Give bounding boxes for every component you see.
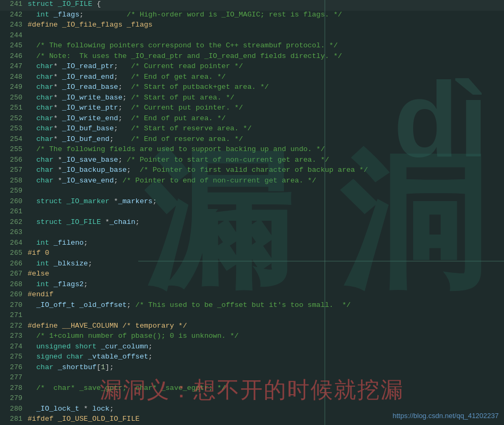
- token-punc: ;: [110, 135, 131, 143]
- token-comment: /* The following fields are used to supp…: [36, 145, 325, 153]
- token-kw: struct: [36, 197, 62, 205]
- token-punc: ;: [122, 94, 131, 102]
- token-kw: int: [36, 260, 49, 268]
- token-ident: _IO_buf_end: [62, 135, 110, 143]
- line-number: 273: [2, 332, 22, 340]
- line-number: 277: [2, 373, 22, 381]
- token-comment: /* Start of put area. */: [131, 94, 234, 102]
- line-number: 268: [2, 280, 22, 288]
- token-kw: char: [36, 73, 53, 81]
- token-ident: _fileno: [54, 239, 84, 247]
- token-type: _IO_marker: [66, 197, 110, 205]
- token-preproc: #ifdef _IO_USE_OLD_IO_FILE: [28, 415, 140, 423]
- token-ident: _IO_read_base: [62, 83, 118, 91]
- table-row: 271: [0, 311, 504, 322]
- token-kw: char: [36, 166, 53, 174]
- table-row: 276 char _shortbuf[1];: [0, 363, 504, 374]
- token-kw: int: [36, 11, 49, 19]
- token-punc: *: [54, 135, 62, 143]
- token-punc: *: [54, 114, 62, 122]
- table-row: 272#define __HAVE_COLUMN /* temporary */: [0, 322, 504, 332]
- token-comment: /* The following pointers correspond to …: [36, 41, 338, 49]
- token-punc: [62, 218, 66, 226]
- line-number: 266: [2, 260, 22, 268]
- token-ident: _IO_write_end: [62, 114, 118, 122]
- token-kw: int: [36, 239, 49, 247]
- token-ident: _blksize: [54, 260, 88, 268]
- line-number: 245: [2, 41, 22, 49]
- line-number: 244: [2, 31, 22, 39]
- table-row: 280 _IO_lock_t * lock;: [0, 405, 504, 415]
- token-comment: /* Current put pointer. */: [131, 104, 243, 112]
- line-number: 247: [2, 62, 22, 70]
- token-preproc: #endif: [28, 290, 54, 298]
- token-punc: *: [79, 405, 92, 413]
- token-punc: {: [93, 0, 101, 8]
- code-text: /* The following pointers correspond to …: [28, 41, 338, 49]
- token-kw: char: [36, 177, 53, 185]
- token-ident: _markers: [118, 197, 153, 205]
- code-text: #define _IO_file_flags _flags: [28, 21, 153, 29]
- token-punc: ];: [105, 363, 114, 371]
- table-row: 266 int _blksize;: [0, 260, 504, 270]
- token-preproc: #else: [28, 270, 49, 278]
- token-punc: [28, 353, 36, 361]
- token-ident: _flags2: [54, 280, 84, 288]
- code-text: #define __HAVE_COLUMN /* temporary */: [28, 322, 187, 330]
- token-comment: /* Note: Tk uses the _IO_read_ptr and _I…: [36, 52, 342, 60]
- token-punc: ;: [127, 301, 135, 309]
- code-text: char* _IO_buf_base; /* Start of reserve …: [28, 124, 251, 132]
- token-punc: ;: [88, 260, 92, 268]
- token-kw: int: [36, 280, 49, 288]
- token-preproc: #define _IO_file_flags _flags: [28, 21, 153, 29]
- code-text: char* _IO_read_ptr; /* Current read poin…: [28, 62, 243, 70]
- code-text: char* _IO_read_end; /* End of get area. …: [28, 73, 226, 81]
- token-ident: _IO_read_end: [62, 73, 114, 81]
- table-row: 252 char* _IO_write_end; /* End of put a…: [0, 114, 504, 125]
- token-comment: /* High-order word is _IO_MAGIC; rest is…: [127, 11, 342, 19]
- code-text: char* _IO_read_base; /* Start of putback…: [28, 83, 269, 91]
- line-number: 253: [2, 124, 22, 132]
- token-type: _IO_FILE: [58, 0, 93, 8]
- line-number: 241: [2, 0, 22, 8]
- token-punc: [28, 166, 36, 174]
- token-ident: _chain: [110, 218, 136, 226]
- code-text: #if 0: [28, 249, 49, 257]
- table-row: 261: [0, 207, 504, 218]
- table-row: 255 /* The following fields are used to …: [0, 145, 504, 156]
- line-number: 274: [2, 343, 22, 351]
- line-number: 243: [2, 21, 22, 29]
- token-punc: [28, 343, 36, 351]
- line-number: 250: [2, 94, 22, 102]
- token-punc: [28, 218, 36, 226]
- line-number: 263: [2, 228, 22, 236]
- token-punc: ;: [114, 177, 122, 185]
- token-kw: char: [36, 135, 53, 143]
- token-punc: *: [54, 73, 62, 81]
- line-number: 275: [2, 353, 22, 361]
- table-row: 277: [0, 373, 504, 384]
- token-punc: [28, 11, 36, 19]
- code-text: /* 1+column number of pbase(); 0 is unkn…: [28, 332, 239, 340]
- line-number: 272: [2, 322, 22, 330]
- table-row: 246 /* Note: Tk uses the _IO_read_ptr an…: [0, 52, 504, 63]
- token-punc: *: [54, 62, 62, 70]
- token-punc: ;: [114, 124, 131, 132]
- code-text: #else: [28, 270, 49, 278]
- token-punc: [28, 62, 36, 70]
- code-content: 241struct _IO_FILE {242 int _flags; /* H…: [0, 0, 504, 425]
- code-text: /* char* _save_gptr; char* _save_egptr; …: [28, 384, 226, 392]
- token-punc: [28, 124, 36, 132]
- token-punc: [49, 280, 54, 288]
- token-ident: _IO_save_base: [62, 156, 118, 164]
- table-row: 253 char* _IO_buf_base; /* Start of rese…: [0, 124, 504, 135]
- token-preproc: #if 0: [28, 249, 49, 257]
- token-punc: [28, 197, 36, 205]
- token-punc: [49, 11, 54, 19]
- line-number: 251: [2, 104, 22, 112]
- table-row: 242 int _flags; /* High-order word is _I…: [0, 11, 504, 21]
- code-viewer: 241struct _IO_FILE {242 int _flags; /* H…: [0, 0, 504, 425]
- line-number: 262: [2, 218, 22, 226]
- token-ident: _IO_backup_base: [62, 166, 127, 174]
- table-row: 243#define _IO_file_flags _flags: [0, 21, 504, 31]
